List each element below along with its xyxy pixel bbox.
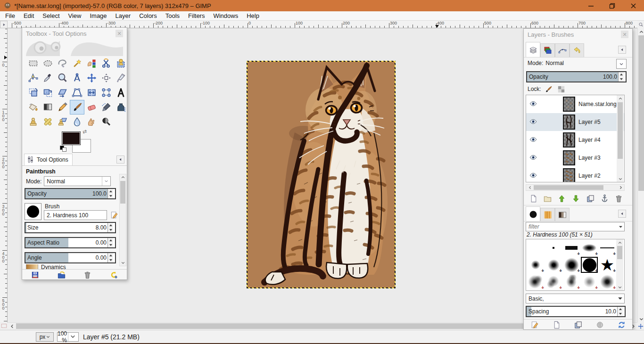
- toolbox-close-icon[interactable]: ✕: [116, 30, 123, 37]
- mesh-delete-button[interactable]: [594, 320, 605, 329]
- menu-edit[interactable]: Edit: [19, 11, 38, 20]
- brush-soft-m[interactable]: +: [545, 256, 562, 273]
- brush-preview-swatch[interactable]: [25, 203, 41, 220]
- opacity-slider[interactable]: Opacity100.0: [25, 188, 116, 199]
- brush-grid-scrollbar[interactable]: [616, 239, 623, 290]
- menu-view[interactable]: View: [64, 11, 86, 20]
- scroll-up-icon[interactable]: [616, 239, 623, 246]
- navigation-pan-icon[interactable]: [637, 322, 644, 330]
- tool-smudge[interactable]: [84, 115, 99, 129]
- tool-pencil[interactable]: [55, 100, 70, 115]
- tool-scissors-select[interactable]: [99, 56, 114, 71]
- brush-dot[interactable]: [545, 239, 562, 256]
- layer-row[interactable]: Layer #4: [526, 131, 624, 149]
- tool-ellipse-select[interactable]: [41, 56, 55, 71]
- layer-name[interactable]: Layer #4: [578, 137, 601, 143]
- brush-bar[interactable]: +: [562, 239, 580, 256]
- menu-tools[interactable]: Tools: [161, 11, 184, 20]
- brush-soft-ellipse[interactable]: +: [580, 239, 598, 256]
- brush-filter-input[interactable]: [526, 223, 617, 230]
- scroll-down-icon[interactable]: [617, 176, 624, 182]
- brush-group-select[interactable]: Basic,: [526, 294, 625, 303]
- visibility-eye-icon[interactable]: [529, 153, 538, 163]
- layer-thumbnail[interactable]: [563, 132, 575, 147]
- ruler-corner-menu-button[interactable]: [0, 21, 8, 28]
- layer-opacity-spinner[interactable]: [618, 72, 624, 82]
- raise-button[interactable]: [555, 193, 569, 204]
- tool-scale[interactable]: [41, 85, 55, 100]
- scroll-up-icon[interactable]: [120, 174, 126, 180]
- panel-collapse-button[interactable]: [618, 210, 626, 218]
- tab-patterns-tab[interactable]: [540, 208, 555, 221]
- brush-name-field[interactable]: 2. Hardness 100: [44, 210, 107, 220]
- brush-splat2[interactable]: +: [545, 273, 562, 290]
- panel-collapse-button[interactable]: [116, 156, 124, 164]
- scroll-thumb[interactable]: [120, 181, 125, 204]
- tool-heal[interactable]: [41, 115, 55, 129]
- delete-button[interactable]: [82, 270, 93, 279]
- spacing-spinner[interactable]: [617, 307, 623, 316]
- brush-splat4[interactable]: +: [580, 273, 598, 290]
- close-button[interactable]: [623, 0, 644, 11]
- dock-close-icon[interactable]: ✕: [621, 31, 628, 38]
- new-layer-button[interactable]: [527, 193, 540, 204]
- scroll-down-icon[interactable]: [638, 316, 644, 322]
- tool-move[interactable]: [84, 71, 99, 85]
- tool-color-picker[interactable]: [41, 71, 55, 85]
- panel-collapse-button[interactable]: [618, 46, 626, 54]
- scroll-thumb[interactable]: [617, 246, 622, 259]
- layer-list-hscrollbar[interactable]: [526, 184, 625, 191]
- visibility-eye-icon[interactable]: [529, 171, 538, 180]
- layer-name[interactable]: Layer #3: [578, 155, 601, 161]
- tool-rect-select[interactable]: [26, 56, 41, 71]
- spacing-slider[interactable]: Spacing10.0: [526, 306, 626, 317]
- anchor-button[interactable]: [598, 193, 611, 204]
- menu-windows[interactable]: Windows: [209, 11, 242, 20]
- layer-thumbnail[interactable]: [563, 115, 575, 130]
- menu-help[interactable]: Help: [242, 11, 264, 20]
- layer-row[interactable]: Name.star.long.p: [526, 95, 624, 113]
- tool-eraser[interactable]: [84, 100, 99, 115]
- layer-row[interactable]: Layer #3: [526, 149, 624, 167]
- tool-clone[interactable]: [26, 115, 41, 129]
- menu-image[interactable]: Image: [85, 11, 111, 20]
- visibility-eye-icon[interactable]: [529, 135, 538, 145]
- tool-blur[interactable]: [70, 115, 84, 129]
- scroll-left-icon[interactable]: [527, 185, 533, 190]
- restore-button[interactable]: [602, 0, 623, 11]
- dock-title-bar[interactable]: Layers - Brushes ✕: [524, 29, 632, 40]
- scroll-down-icon[interactable]: [616, 284, 623, 290]
- layer-thumbnail[interactable]: [563, 150, 575, 165]
- layer-name[interactable]: Name.star.long.p: [578, 101, 621, 107]
- layer-opacity-slider[interactable]: Opacity100.0: [526, 71, 627, 82]
- layer-thumbnail[interactable]: [563, 97, 575, 112]
- layer-row[interactable]: Layer #2: [526, 167, 624, 182]
- scroll-thumb[interactable]: [618, 102, 623, 159]
- aspect-ratio-slider[interactable]: Aspect Ratio0.00: [25, 237, 116, 248]
- layer-name[interactable]: Layer #2: [578, 172, 601, 179]
- brush-blank[interactable]: [527, 239, 545, 256]
- edit-brush-button[interactable]: [109, 210, 119, 220]
- angle-spinner[interactable]: [107, 253, 113, 262]
- aspect-ratio-spinner[interactable]: [107, 238, 113, 247]
- brush-soft-s[interactable]: +: [527, 256, 545, 273]
- edit-brush-button[interactable]: [529, 320, 540, 329]
- layer-mode-select[interactable]: [616, 59, 627, 69]
- lower-button[interactable]: [569, 193, 583, 204]
- tool-rotate[interactable]: [26, 85, 41, 100]
- tool-unified-transform[interactable]: [99, 85, 114, 100]
- brush-star[interactable]: ★+: [598, 256, 616, 273]
- paint-mode-select[interactable]: Normal: [44, 176, 111, 186]
- revert-button[interactable]: [56, 270, 67, 279]
- menu-filters[interactable]: Filters: [184, 11, 209, 20]
- angle-slider[interactable]: Angle0.00: [25, 252, 116, 263]
- tab-brushes-tab[interactable]: [526, 206, 540, 221]
- brush-soft-l[interactable]: +: [562, 256, 580, 273]
- tab-gradients-tab[interactable]: [555, 208, 570, 221]
- scroll-up-icon[interactable]: [617, 95, 624, 101]
- tool-shear[interactable]: [55, 85, 70, 100]
- tool-select-by-color[interactable]: [84, 56, 99, 71]
- scroll-thumb[interactable]: [534, 185, 603, 190]
- brush-splat1[interactable]: +: [527, 273, 545, 290]
- scroll-up-icon[interactable]: [638, 28, 644, 35]
